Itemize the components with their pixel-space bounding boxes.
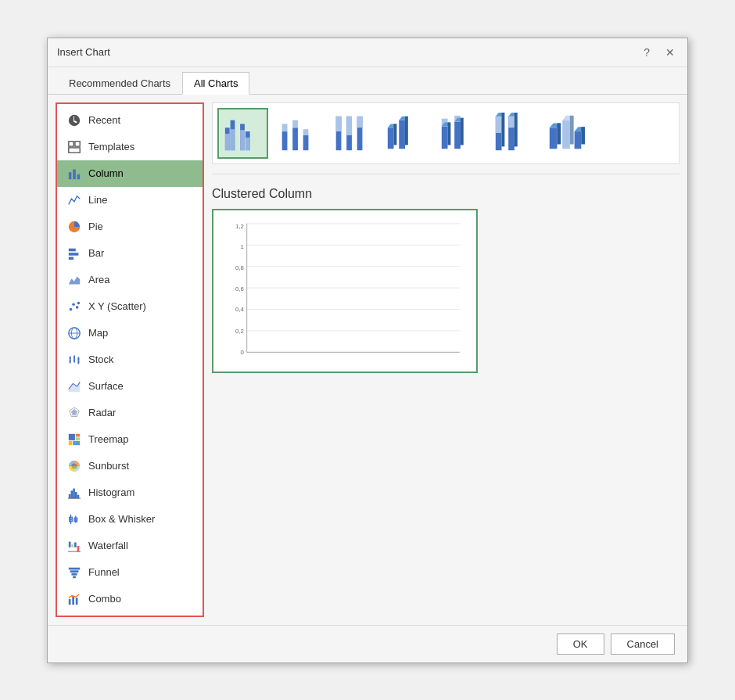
tab-recommended[interactable]: Recommended Charts <box>57 72 182 95</box>
svg-rect-76 <box>303 129 309 135</box>
dialog-title: Insert Chart <box>57 46 110 58</box>
sidebar-item-recent[interactable]: Recent <box>57 107 203 134</box>
svg-marker-107 <box>557 123 561 144</box>
scatter-icon <box>66 299 82 314</box>
sidebar-label-area: Area <box>88 274 109 285</box>
sidebar-label-map: Map <box>88 327 108 339</box>
svg-rect-35 <box>76 437 80 440</box>
sidebar-item-radar[interactable]: Radar <box>57 400 203 426</box>
svg-rect-75 <box>303 135 309 149</box>
sidebar-label-recent: Recent <box>88 114 120 126</box>
boxwhisker-icon <box>66 512 82 527</box>
svg-rect-70 <box>246 137 250 149</box>
chart-thumb-stacked[interactable] <box>271 108 322 159</box>
sidebar-label-surface: Surface <box>88 380 124 392</box>
sidebar-item-scatter[interactable]: X Y (Scatter) <box>57 293 203 320</box>
titlebar-buttons: ? ✕ <box>640 45 678 60</box>
sidebar-label-combo: Combo <box>88 593 121 605</box>
sidebar-item-combo[interactable]: Combo <box>57 586 203 612</box>
svg-rect-4 <box>73 169 76 179</box>
svg-text:0,4: 0,4 <box>235 306 245 313</box>
chart-thumb-3dcol[interactable] <box>541 108 592 159</box>
chart-preview-svg: 0 0,2 0,4 0,6 0,8 1 1,2 <box>221 218 468 364</box>
sidebar-label-boxwhisker: Box & Whisker <box>88 513 155 525</box>
svg-marker-113 <box>581 127 585 144</box>
svg-rect-40 <box>71 490 74 498</box>
svg-rect-33 <box>69 433 75 440</box>
sidebar-item-surface[interactable]: Surface <box>57 373 203 400</box>
sidebar-item-templates[interactable]: Templates <box>57 134 203 160</box>
chart-thumb-3dcluster[interactable] <box>379 108 430 159</box>
svg-rect-37 <box>73 440 80 444</box>
sidebar-item-area[interactable]: Area <box>57 267 203 293</box>
svg-point-11 <box>72 303 75 306</box>
tab-all-charts[interactable]: All Charts <box>182 72 249 95</box>
svg-rect-58 <box>71 573 77 575</box>
svg-rect-89 <box>442 126 448 149</box>
sidebar-label-templates: Templates <box>88 141 134 153</box>
stock-icon <box>66 352 82 368</box>
svg-point-13 <box>77 301 81 304</box>
sidebar-item-column[interactable]: Column <box>57 160 203 187</box>
waterfall-icon <box>66 538 82 554</box>
ok-button[interactable]: OK <box>557 634 604 655</box>
svg-rect-53 <box>74 542 77 547</box>
recent-icon <box>66 113 82 128</box>
svg-rect-78 <box>336 116 342 131</box>
sidebar-item-pie[interactable]: Pie <box>57 214 203 240</box>
chart-main-area: Clustered Column 0 0,2 0,4 0,6 0,8 1 1,2 <box>212 102 679 617</box>
svg-point-12 <box>76 306 79 309</box>
help-button[interactable]: ? <box>640 45 653 60</box>
dialog-body: Recent Templates Column <box>48 95 687 625</box>
svg-rect-43 <box>77 494 80 498</box>
sidebar-item-boxwhisker[interactable]: Box & Whisker <box>57 506 203 533</box>
svg-text:0: 0 <box>240 349 244 356</box>
chart-thumb-3d100[interactable] <box>487 108 538 159</box>
svg-text:0,6: 0,6 <box>235 285 245 293</box>
sunburst-icon <box>66 458 82 474</box>
sidebar-item-waterfall[interactable]: Waterfall <box>57 533 203 559</box>
svg-rect-2 <box>69 147 80 152</box>
dialog-footer: OK Cancel <box>48 625 687 662</box>
close-button[interactable]: ✕ <box>662 45 678 60</box>
svg-marker-88 <box>405 116 408 145</box>
sidebar-item-bar[interactable]: Bar <box>57 240 203 267</box>
chart-thumb-clustered[interactable] <box>217 108 268 159</box>
chart-preview-area: 0 0,2 0,4 0,6 0,8 1 1,2 <box>212 209 478 373</box>
cancel-button[interactable]: Cancel <box>611 634 675 655</box>
svg-rect-62 <box>76 598 78 605</box>
templates-icon <box>66 139 82 155</box>
sidebar-label-treemap: Treemap <box>88 433 129 445</box>
svg-rect-98 <box>496 116 502 132</box>
sidebar-label-radar: Radar <box>88 407 116 418</box>
svg-rect-7 <box>69 253 79 256</box>
svg-rect-56 <box>69 567 80 569</box>
sidebar-item-line[interactable]: Line <box>57 187 203 214</box>
svg-marker-110 <box>570 115 574 144</box>
svg-rect-66 <box>231 129 235 150</box>
sidebar-item-stock[interactable]: Stock <box>57 346 203 373</box>
svg-rect-60 <box>69 599 71 605</box>
chart-thumb-3dstacked[interactable] <box>433 108 484 159</box>
sidebar-label-scatter: X Y (Scatter) <box>88 300 146 312</box>
column-icon <box>66 166 82 181</box>
sidebar-item-sunburst[interactable]: Sunburst <box>57 453 203 479</box>
svg-marker-85 <box>394 124 397 145</box>
svg-rect-71 <box>282 131 288 150</box>
sidebar-item-funnel[interactable]: Funnel <box>57 559 203 586</box>
svg-rect-111 <box>575 131 582 149</box>
svg-point-10 <box>70 307 73 311</box>
svg-marker-100 <box>502 113 505 146</box>
sidebar-item-histogram[interactable]: Histogram <box>57 479 203 506</box>
sidebar-item-map[interactable]: Map <box>57 320 203 346</box>
sidebar-item-treemap[interactable]: Treemap <box>57 426 203 453</box>
bar-icon <box>66 246 82 261</box>
svg-rect-52 <box>71 544 74 547</box>
chart-thumb-100stacked[interactable] <box>325 108 376 159</box>
sidebar-label-column: Column <box>88 167 124 179</box>
svg-rect-69 <box>240 130 245 150</box>
svg-marker-96 <box>461 117 464 145</box>
sidebar-label-pie: Pie <box>88 221 103 232</box>
svg-rect-83 <box>388 127 394 149</box>
svg-rect-65 <box>225 133 230 149</box>
